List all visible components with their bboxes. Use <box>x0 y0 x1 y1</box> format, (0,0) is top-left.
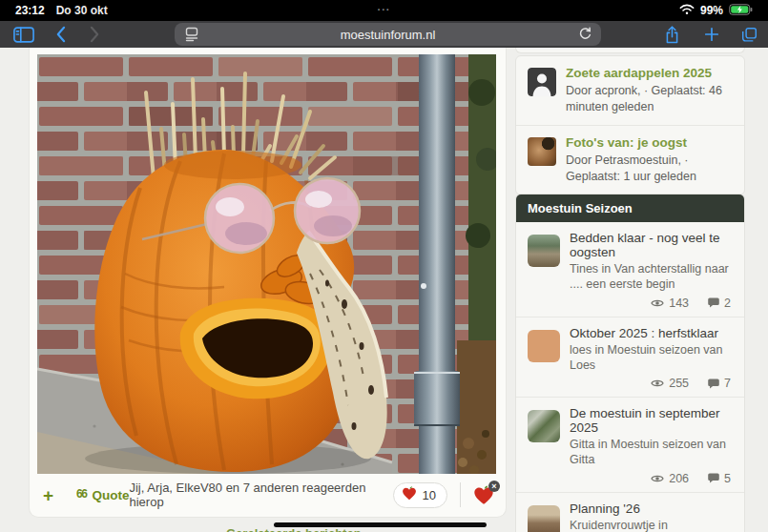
topic-byline: Kruidenvrouwtje in Kruidenvrouwtjes Tuin… <box>570 518 733 532</box>
remove-reaction-icon[interactable]: × <box>488 481 500 492</box>
reaction-summary-text: Jij, Arja, ElkeV80 en 7 anderen reageerd… <box>129 481 383 509</box>
add-reaction-button[interactable]: + <box>41 486 55 504</box>
views-eye-icon <box>651 298 664 308</box>
topic-thumbnail <box>528 505 560 532</box>
view-count: 255 <box>669 377 689 390</box>
back-button[interactable] <box>50 21 71 48</box>
reaction-count-pill[interactable]: 10 <box>393 482 447 508</box>
new-tab-button[interactable] <box>700 21 723 48</box>
topic-row[interactable]: Oktober 2025 : herfstklaar loes in Moest… <box>516 317 744 398</box>
topic-title[interactable]: Planning '26 <box>570 501 733 516</box>
ipad-screen: 23:12 Do 30 okt ··· 99% <box>0 0 768 532</box>
reload-icon[interactable] <box>578 27 592 44</box>
topic-link[interactable]: Zoete aardappelen 2025 <box>566 66 733 80</box>
topic-byline: Tines in Van achterstallig naar .... een… <box>570 261 733 293</box>
views-eye-icon <box>651 474 664 483</box>
comments-bubble-icon <box>708 379 719 389</box>
sidebar-card-partial <box>515 48 745 53</box>
view-count: 206 <box>669 472 689 485</box>
views-eye-icon <box>651 379 664 388</box>
topic-stats: 143 2 <box>570 297 733 310</box>
forward-button[interactable] <box>84 21 105 48</box>
avatar-person-icon <box>528 68 556 96</box>
topic-row[interactable]: Planning '26 Kruidenvrouwtje in Kruidenv… <box>516 492 744 532</box>
view-count: 143 <box>669 297 689 310</box>
topic-thumbnail <box>528 410 560 442</box>
comment-count: 2 <box>724 297 731 310</box>
forum-page: + 66 Quote Jij, Arja, ElkeV80 en 7 ander… <box>0 48 768 532</box>
status-bar: 23:12 Do 30 okt ··· 99% <box>0 0 768 21</box>
apple-heart-icon <box>402 486 417 504</box>
address-bar[interactable]: moestuinforum.nl <box>175 23 601 46</box>
pumpkin-photo-illustration <box>37 54 496 474</box>
topic-title[interactable]: De moestuin in september 2025 <box>570 406 733 435</box>
sidebar-toggle-button[interactable] <box>11 21 36 48</box>
topic-stats: 255 7 <box>570 377 733 390</box>
comments-bubble-icon <box>708 297 719 308</box>
wifi-icon <box>679 4 695 18</box>
quote-label: Quote <box>92 488 129 502</box>
avatar <box>528 137 556 166</box>
comment-count: 5 <box>724 472 731 485</box>
comments-bubble-icon <box>708 473 719 483</box>
share-button[interactable] <box>660 21 683 48</box>
footer-divider <box>460 482 461 507</box>
recent-item[interactable]: Zoete aardappelen 2025 Door acpronk, · G… <box>516 56 744 125</box>
react-apple-button[interactable]: × <box>473 485 494 505</box>
topic-row[interactable]: Bedden klaar - nog veel te oogsten Tines… <box>516 222 744 317</box>
topic-byline: Gitta in Moestuin seizoen van Gitta <box>570 437 733 468</box>
status-time: 23:12 <box>15 4 45 17</box>
reaction-count: 10 <box>423 488 436 502</box>
quote-button[interactable]: 66 Quote <box>76 488 129 502</box>
topic-byline: Door Petrasmoestuin, · Geplaatst: 1 uur … <box>566 153 733 185</box>
comment-count: 7 <box>724 377 731 390</box>
battery-percent: 99% <box>700 4 723 17</box>
recent-item[interactable]: Foto's van: je oogst Door Petrasmoestuin… <box>516 125 744 194</box>
page-settings-icon[interactable] <box>184 27 199 45</box>
topic-thumbnail <box>528 330 560 362</box>
topic-byline: loes in Moestuin seizoen van Loes <box>570 342 733 374</box>
topic-title[interactable]: Oktober 2025 : herfstklaar <box>570 326 733 340</box>
multitasking-dots-icon[interactable]: ··· <box>378 4 391 15</box>
url-text: moestuinforum.nl <box>341 28 436 42</box>
tabs-overview-button[interactable] <box>737 21 760 48</box>
post-card: + 66 Quote Jij, Arja, ElkeV80 en 7 ander… <box>29 48 507 518</box>
section-header: Moestuin Seizoen <box>516 194 744 222</box>
status-date: Do 30 okt <box>56 4 108 17</box>
topic-byline: Door acpronk, · Geplaatst: 46 minuten ge… <box>566 83 733 115</box>
battery-charging-icon <box>729 4 753 18</box>
safari-toolbar: moestuinforum.nl <box>0 21 768 48</box>
moestuin-seizoen-card: Moestuin Seizoen Bedden klaar - nog veel… <box>515 194 745 532</box>
recent-posts-card: Zoete aardappelen 2025 Door acpronk, · G… <box>515 55 745 195</box>
topic-stats: 206 5 <box>570 472 733 485</box>
topic-row[interactable]: De moestuin in september 2025 Gitta in M… <box>516 397 744 492</box>
post-footer: + 66 Quote Jij, Arja, ElkeV80 en 7 ander… <box>30 473 506 517</box>
topic-link[interactable]: Foto's van: je oogst <box>566 135 733 150</box>
topic-title[interactable]: Bedden klaar - nog veel te oogsten <box>570 231 733 259</box>
post-photo[interactable] <box>37 54 496 474</box>
home-indicator[interactable] <box>274 522 487 527</box>
quote-icon: 66 <box>76 487 86 501</box>
topic-thumbnail <box>528 235 560 267</box>
